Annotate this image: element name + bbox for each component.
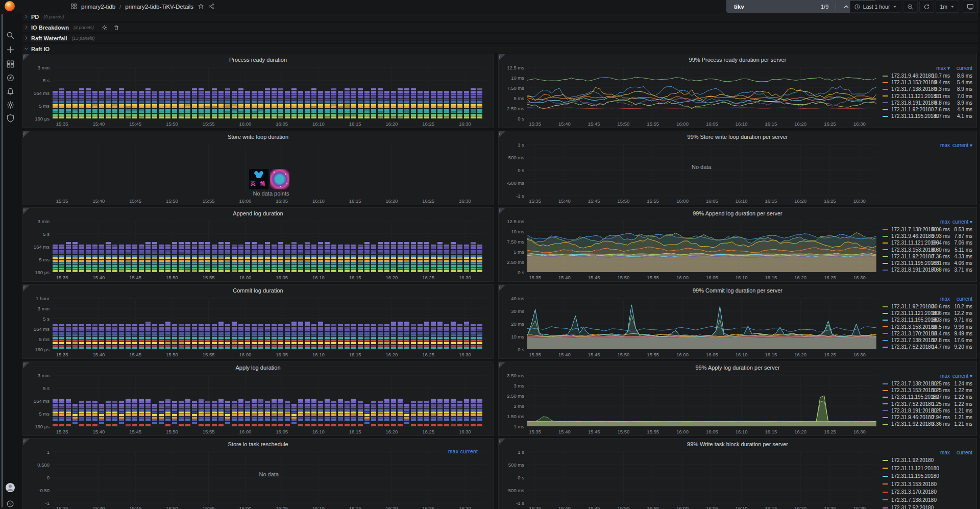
heatmap-column[interactable] [464, 399, 469, 426]
heatmap-column[interactable] [185, 399, 190, 426]
sidebar-item-bell[interactable] [5, 86, 15, 96]
heatmap-column[interactable] [391, 399, 396, 426]
legend-series-name[interactable]: 172.31.3.170:20180 [891, 489, 937, 495]
heatmap-column[interactable] [212, 88, 217, 118]
heatmap-column[interactable] [165, 245, 170, 272]
heatmap-column[interactable] [371, 324, 376, 349]
heatmap-column[interactable] [298, 322, 303, 349]
heatmap-column[interactable] [471, 88, 476, 118]
heatmap-column[interactable] [457, 324, 462, 349]
legend-item[interactable]: 172.31.11.121:20180 [883, 466, 972, 471]
sidebar-item-compass[interactable] [5, 72, 15, 83]
heatmap-column[interactable] [285, 324, 290, 349]
legend-series-name[interactable]: 172.31.7.52:20180 [891, 505, 934, 509]
heatmap-column[interactable] [79, 401, 84, 426]
heatmap-column[interactable] [272, 88, 277, 118]
heatmap-column[interactable] [431, 399, 436, 426]
heatmap-column[interactable] [424, 242, 429, 272]
legend-item[interactable]: 172.31.7.138:201801.25 ms1.24 ms [883, 381, 972, 386]
heatmap-column[interactable] [232, 245, 237, 272]
heatmap-column[interactable] [464, 245, 469, 272]
heatmap-column[interactable] [318, 242, 323, 272]
heatmap-column[interactable] [398, 322, 403, 349]
heatmap-column[interactable] [278, 242, 283, 272]
heatmap-column[interactable] [444, 324, 449, 349]
heatmap-column[interactable] [106, 324, 111, 349]
legend-max-header[interactable]: max [940, 450, 950, 455]
heatmap-column[interactable] [159, 91, 164, 118]
legend-item[interactable]: 172.31.7.138:201809.06 ms8.53 ms [883, 227, 972, 232]
heatmap-column[interactable] [291, 88, 297, 118]
heatmap-column[interactable] [79, 324, 84, 349]
heatmap-column[interactable] [345, 245, 350, 272]
heatmap-column[interactable] [285, 245, 290, 272]
panel-title[interactable]: Store write loop duration [23, 134, 493, 140]
heatmap-column[interactable] [172, 401, 177, 426]
heatmap-column[interactable] [298, 399, 303, 426]
heatmap-column[interactable] [351, 324, 356, 349]
heatmap-column[interactable] [471, 242, 476, 272]
heatmap-column[interactable] [457, 91, 462, 118]
heatmap-column[interactable] [165, 91, 170, 118]
legend-current-header[interactable]: current [957, 296, 972, 302]
heatmap-column[interactable] [192, 242, 197, 272]
heatmap-column[interactable] [477, 245, 482, 272]
dashboard-row-raft-waterfall[interactable]: Raft Waterfall(13 panels) [22, 34, 978, 42]
legend-item[interactable]: 172.31.3.153:2018016.5 ms9.96 ms [883, 324, 972, 330]
legend-item[interactable]: 172.31.1.92:201807.36 ms4.33 ms [883, 254, 972, 259]
heatmap-column[interactable] [358, 324, 363, 349]
heatmap-column[interactable] [258, 399, 263, 426]
heatmap-column[interactable] [378, 401, 383, 426]
legend-max-header[interactable]: max [940, 373, 950, 379]
legend-item[interactable]: 172.31.3.153:20180 [883, 481, 972, 487]
legend-current-header[interactable]: current ▾ [952, 219, 972, 225]
heatmap-column[interactable] [424, 322, 429, 349]
heatmap-column[interactable] [145, 88, 151, 118]
heatmap-column[interactable] [437, 322, 443, 349]
heatmap-column[interactable] [265, 324, 270, 349]
heatmap-column[interactable] [457, 401, 462, 426]
legend-max-header[interactable]: max [940, 219, 950, 225]
heatmap-column[interactable] [59, 399, 64, 426]
heatmap-column[interactable] [371, 401, 376, 426]
heatmap-column[interactable] [351, 399, 356, 426]
heatmap-column[interactable] [139, 245, 144, 272]
heatmap-column[interactable] [112, 91, 117, 118]
legend-max-header[interactable]: max [940, 142, 950, 148]
legend-current-header[interactable]: current ▾ [952, 142, 972, 148]
heatmap-column[interactable] [331, 88, 336, 118]
legend-series-name[interactable]: 172.31.3.153:20180 [891, 481, 937, 487]
heatmap-column[interactable] [119, 88, 124, 118]
heatmap-column[interactable] [437, 242, 443, 272]
heatmap-column[interactable] [338, 91, 343, 118]
legend-item[interactable]: 172.31.1.92:20180 [883, 457, 972, 463]
heatmap-column[interactable] [477, 324, 482, 349]
heatmap-column[interactable] [404, 404, 409, 426]
legend-max-header[interactable]: max ▾ [936, 65, 950, 71]
heatmap-column[interactable] [66, 399, 71, 426]
refresh-button[interactable] [919, 1, 934, 13]
dashboard-row-io-breakdown[interactable]: IO Breakdown(4 panels) [22, 23, 978, 32]
heatmap-column[interactable] [66, 242, 71, 272]
heatmap-column[interactable] [477, 88, 482, 118]
heatmap-column[interactable] [471, 399, 476, 426]
heatmap-column[interactable] [59, 88, 64, 118]
time-range-picker[interactable]: Last 1 hour [850, 1, 902, 13]
heatmap-column[interactable] [112, 245, 117, 272]
heatmap-column[interactable] [298, 91, 303, 118]
heatmap-column[interactable] [424, 401, 429, 426]
heatmap-column[interactable] [139, 91, 144, 118]
legend-series-name[interactable]: 172.31.1.92:20180 [891, 457, 934, 463]
legend-current-header[interactable]: current [957, 65, 972, 71]
panel-title[interactable]: Commit log duration [23, 287, 493, 294]
heatmap-column[interactable] [252, 242, 257, 272]
heatmap-column[interactable] [384, 399, 389, 426]
heatmap-column[interactable] [305, 242, 310, 272]
row-delete-icon[interactable] [113, 25, 119, 31]
heatmap-column[interactable] [444, 91, 449, 118]
heatmap-column[interactable] [358, 245, 363, 272]
sidebar-item-plus[interactable] [5, 44, 15, 55]
heatmap-column[interactable] [225, 242, 230, 272]
heatmap-column[interactable] [192, 324, 197, 349]
heatmap-column[interactable] [391, 91, 396, 118]
